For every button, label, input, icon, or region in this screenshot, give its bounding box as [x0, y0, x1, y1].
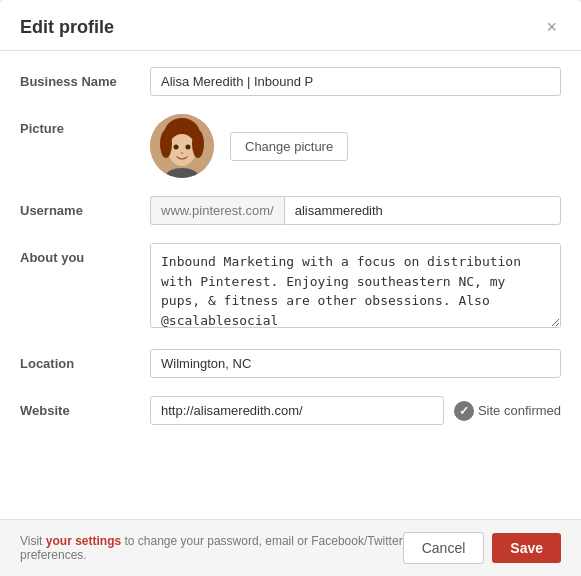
svg-point-5 — [174, 145, 179, 150]
location-input[interactable] — [150, 349, 561, 378]
svg-point-3 — [160, 130, 172, 158]
edit-profile-modal: Edit profile × Business Name Picture — [0, 0, 581, 576]
website-label: Website — [20, 396, 150, 418]
business-name-row: Business Name — [20, 67, 561, 96]
username-row: Username www.pinterest.com/ — [20, 196, 561, 225]
picture-row: Picture — [20, 114, 561, 178]
modal-footer: Visit your settings to change your passw… — [0, 519, 581, 576]
website-row: Website ✓ Site confirmed — [20, 396, 561, 425]
avatar — [150, 114, 214, 178]
business-name-input[interactable] — [150, 67, 561, 96]
about-label: About you — [20, 243, 150, 265]
save-button[interactable]: Save — [492, 533, 561, 563]
site-confirmed-badge: ✓ Site confirmed — [454, 401, 561, 421]
about-textarea[interactable]: Inbound Marketing with a focus on distri… — [150, 243, 561, 328]
modal-title: Edit profile — [20, 17, 114, 38]
website-control: ✓ Site confirmed — [150, 396, 561, 425]
cancel-button[interactable]: Cancel — [403, 532, 485, 564]
about-control: Inbound Marketing with a focus on distri… — [150, 243, 561, 331]
username-field-group: www.pinterest.com/ — [150, 196, 561, 225]
svg-point-7 — [181, 152, 184, 154]
modal-header: Edit profile × — [0, 0, 581, 51]
change-picture-button[interactable]: Change picture — [230, 132, 348, 161]
confirmed-icon: ✓ — [454, 401, 474, 421]
location-label: Location — [20, 349, 150, 371]
username-control: www.pinterest.com/ — [150, 196, 561, 225]
footer-note: Visit your settings to change your passw… — [20, 534, 403, 562]
site-confirmed-label: Site confirmed — [478, 403, 561, 418]
website-input[interactable] — [150, 396, 444, 425]
location-control — [150, 349, 561, 378]
location-row: Location — [20, 349, 561, 378]
svg-point-4 — [192, 130, 204, 158]
footer-actions: Cancel Save — [403, 532, 561, 564]
business-name-control — [150, 67, 561, 96]
svg-point-2 — [168, 134, 196, 166]
modal-body: Business Name Picture — [0, 51, 581, 519]
about-row: About you Inbound Marketing with a focus… — [20, 243, 561, 331]
website-field-group: ✓ Site confirmed — [150, 396, 561, 425]
username-prefix: www.pinterest.com/ — [150, 196, 284, 225]
business-name-label: Business Name — [20, 67, 150, 89]
picture-label: Picture — [20, 114, 150, 136]
settings-link[interactable]: your settings — [46, 534, 121, 548]
close-button[interactable]: × — [542, 16, 561, 38]
svg-point-6 — [186, 145, 191, 150]
picture-control: Change picture — [150, 114, 561, 178]
username-label: Username — [20, 196, 150, 218]
username-input[interactable] — [284, 196, 561, 225]
